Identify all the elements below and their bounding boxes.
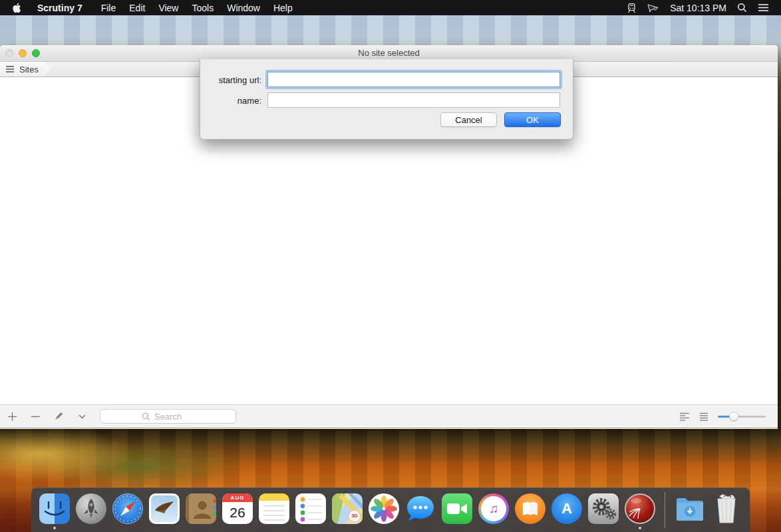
- search-icon: [142, 412, 150, 421]
- scrutiny-icon: [625, 493, 655, 524]
- dock-item-contacts[interactable]: [186, 493, 216, 527]
- new-site-sheet: starting url: name: Cancel OK: [200, 59, 573, 140]
- reminders-icon: [295, 493, 326, 524]
- cancel-button[interactable]: Cancel: [440, 112, 497, 127]
- notification-center-icon[interactable]: [758, 3, 769, 12]
- zoom-button[interactable]: [32, 49, 40, 57]
- add-icon[interactable]: [7, 410, 17, 423]
- remove-icon[interactable]: [30, 410, 41, 423]
- paper-plane-icon[interactable]: [647, 3, 659, 13]
- calendar-day: 26: [222, 502, 253, 523]
- dock-item-app-store[interactable]: A: [551, 493, 582, 527]
- menu-view[interactable]: View: [152, 3, 185, 13]
- facetime-icon: [442, 493, 472, 524]
- dock-item-system-preferences[interactable]: [588, 493, 619, 527]
- starting-url-field[interactable]: [267, 72, 560, 87]
- bottom-toolbar: [0, 404, 778, 428]
- dock-item-notes[interactable]: [259, 493, 289, 527]
- maps-icon: 3D: [332, 493, 363, 524]
- dock-item-ibooks[interactable]: [515, 493, 546, 527]
- dock-item-trash[interactable]: [711, 493, 742, 527]
- chevron-down-icon[interactable]: [77, 410, 87, 423]
- app-store-icon: A: [551, 493, 582, 524]
- pencil-icon[interactable]: [53, 410, 64, 423]
- calendar-month: AUG: [222, 493, 253, 502]
- search-input[interactable]: [100, 409, 236, 424]
- name-label: name:: [200, 96, 261, 106]
- safari-icon: [112, 493, 143, 524]
- launchpad-icon: [76, 493, 106, 524]
- itunes-note-glyph: ♫: [481, 496, 506, 521]
- name-input[interactable]: [268, 93, 559, 107]
- finder-icon: [39, 493, 70, 524]
- row-height-slider[interactable]: [718, 412, 766, 421]
- running-indicator: [53, 527, 56, 529]
- dock-item-reminders[interactable]: [295, 493, 326, 527]
- notes-icon: [259, 493, 289, 524]
- row-size-small-icon[interactable]: [679, 412, 690, 421]
- search-text-field[interactable]: [153, 411, 194, 422]
- system-preferences-icon: [588, 493, 619, 524]
- menu-help[interactable]: Help: [267, 3, 299, 13]
- apple-menu-icon[interactable]: [12, 3, 21, 13]
- train-icon[interactable]: [627, 3, 637, 13]
- dock-item-maps[interactable]: 3D: [332, 493, 363, 527]
- running-indicator: [639, 527, 641, 529]
- path-bar-sites-tab[interactable]: Sites: [0, 62, 51, 76]
- starting-url-input[interactable]: [268, 72, 559, 86]
- calendar-icon: AUG 26: [222, 493, 253, 524]
- ok-button[interactable]: OK: [504, 112, 561, 127]
- name-field[interactable]: [267, 92, 560, 108]
- menu-tools[interactable]: Tools: [185, 3, 220, 13]
- menu-edit[interactable]: Edit: [122, 3, 152, 13]
- ibooks-icon: [515, 493, 546, 524]
- menu-bar: Scrutiny 7 File Edit View Tools Window H…: [0, 0, 781, 15]
- menu-file[interactable]: File: [94, 3, 123, 13]
- itunes-icon: ♫: [478, 493, 509, 524]
- dock-item-launchpad[interactable]: [76, 493, 106, 527]
- menu-bar-clock[interactable]: Sat 10:13 PM: [670, 3, 726, 13]
- photos-icon: [369, 493, 399, 524]
- dock-separator: [665, 492, 665, 528]
- spotlight-search-icon[interactable]: [737, 3, 747, 13]
- mail-icon: [149, 493, 180, 524]
- dock-item-mail[interactable]: [149, 493, 180, 527]
- path-bar-root-label: Sites: [19, 65, 39, 74]
- starting-url-label: starting url:: [200, 75, 261, 85]
- dock-item-downloads[interactable]: [675, 493, 705, 527]
- trash-icon: [711, 493, 742, 524]
- slider-knob[interactable]: [729, 412, 738, 421]
- app-menu-title[interactable]: Scrutiny 7: [31, 3, 89, 13]
- menu-window[interactable]: Window: [220, 3, 267, 13]
- dock-item-scrutiny[interactable]: [625, 493, 655, 527]
- contacts-icon: [186, 493, 216, 524]
- dock-item-calendar[interactable]: AUG 26: [222, 493, 253, 527]
- dock: AUG 26 3D ♫: [31, 487, 750, 532]
- messages-icon: [405, 493, 436, 524]
- row-size-large-icon[interactable]: [699, 412, 708, 421]
- dock-item-messages[interactable]: [405, 493, 436, 527]
- minimize-button[interactable]: [19, 49, 27, 57]
- dock-item-itunes[interactable]: ♫: [478, 493, 509, 527]
- downloads-folder-icon: [675, 493, 705, 524]
- dock-item-photos[interactable]: [369, 493, 399, 527]
- close-button[interactable]: [5, 49, 13, 57]
- dock-item-finder[interactable]: [39, 493, 70, 527]
- dock-item-safari[interactable]: [112, 493, 143, 527]
- dock-item-facetime[interactable]: [442, 493, 472, 527]
- maps-3d-badge: 3D: [349, 510, 361, 522]
- list-menu-icon: [6, 66, 14, 72]
